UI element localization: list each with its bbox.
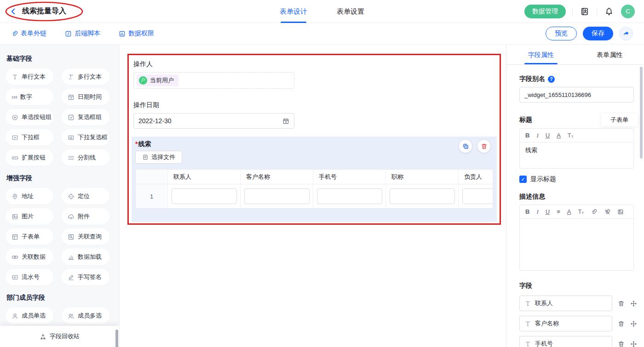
show-title-checkbox-row[interactable]: ✓ 显示标题 bbox=[519, 175, 634, 183]
format-g-i-button[interactable]: I bbox=[536, 132, 538, 138]
format-g-t-button[interactable]: T bbox=[578, 209, 584, 215]
sidebar-item-dataload[interactable]: 数据加载 bbox=[62, 249, 109, 265]
alias-input[interactable] bbox=[519, 87, 634, 102]
delete-subfield-icon[interactable] bbox=[618, 300, 625, 307]
panel-tab-1[interactable]: 表单属性 bbox=[575, 45, 644, 64]
desc-editor-toolbar: BIU≡AT bbox=[520, 205, 633, 219]
required-mark: * bbox=[135, 140, 138, 148]
checkbox-checked-icon[interactable]: ✓ bbox=[519, 176, 527, 183]
sidebar-item-reldata[interactable]: 关联数据 bbox=[6, 249, 53, 265]
format-g-u-button[interactable]: U bbox=[546, 132, 550, 138]
sidebar-item-subform[interactable]: 子表单 bbox=[6, 228, 53, 245]
format-g-b-button[interactable]: B bbox=[525, 209, 529, 215]
clip-icon bbox=[11, 30, 18, 37]
field-recycle-button[interactable]: 字段回收站 bbox=[0, 326, 119, 347]
cell-input[interactable] bbox=[244, 188, 310, 204]
sidebar-scrollbar[interactable] bbox=[115, 330, 118, 347]
subform-field-item[interactable]: 手机号 bbox=[519, 336, 612, 347]
cell-input[interactable] bbox=[317, 188, 382, 204]
panel-scrollbar[interactable] bbox=[640, 67, 643, 159]
delete-subfield-icon[interactable] bbox=[618, 320, 625, 327]
sidebar-item-radio[interactable]: 单选按钮组 bbox=[6, 109, 53, 125]
move-subfield-icon[interactable] bbox=[630, 341, 637, 347]
field-date[interactable]: 操作日期 bbox=[133, 101, 496, 129]
button-icon bbox=[12, 154, 18, 161]
sidebar-item-textarea[interactable]: 多行文本 bbox=[62, 68, 109, 85]
operator-input[interactable]: 户 当前用户 bbox=[133, 72, 294, 89]
sidebar-item-serial[interactable]: 流水号 bbox=[6, 269, 53, 285]
link-icon[interactable] bbox=[591, 209, 597, 215]
cell-input[interactable] bbox=[172, 188, 237, 204]
subform-field-item[interactable]: 联系人 bbox=[519, 296, 612, 311]
desc-editor-content[interactable] bbox=[520, 219, 633, 270]
sidebar-item-person[interactable]: 成员单选 bbox=[6, 307, 53, 324]
format-g-a-button[interactable]: A bbox=[557, 132, 561, 138]
fields-label: 字段 bbox=[519, 282, 634, 290]
format-g-i-button[interactable]: I bbox=[536, 209, 538, 215]
sidebar-item-image[interactable]: 图片 bbox=[6, 208, 53, 225]
data-manage-button[interactable]: 数据管理 bbox=[524, 5, 566, 18]
date-input[interactable] bbox=[138, 117, 282, 125]
header-tab-1[interactable]: 表单设置 bbox=[337, 0, 364, 23]
panel-tab-0[interactable]: 字段属性 bbox=[506, 45, 575, 64]
format-g-a-button[interactable]: A bbox=[567, 209, 571, 215]
sidebar-item-button[interactable]: 扩展按钮 bbox=[6, 149, 53, 166]
sidebar-item-checkbox[interactable]: 复选框组 bbox=[62, 109, 109, 125]
format-g-t-button[interactable]: T bbox=[568, 132, 574, 139]
bell-icon[interactable] bbox=[604, 6, 615, 17]
subform-table-row: 1 bbox=[136, 184, 493, 208]
unlink-icon[interactable] bbox=[604, 209, 610, 215]
format-g-u-button[interactable]: U bbox=[546, 209, 550, 215]
delete-field-button[interactable] bbox=[477, 140, 490, 153]
field-operator[interactable]: 操作人 户 当前用户 bbox=[133, 60, 496, 89]
format-g-align-button[interactable]: ≡ bbox=[557, 209, 560, 215]
help-icon[interactable]: ? bbox=[548, 76, 555, 83]
subform-field-row: 手机号 bbox=[519, 336, 634, 347]
format-g-b-button[interactable]: B bbox=[525, 132, 529, 138]
select-icon bbox=[12, 134, 18, 141]
back-button[interactable]: 线索批量导入 bbox=[9, 6, 66, 16]
cell-input[interactable] bbox=[462, 188, 494, 204]
sidebar-item-number[interactable]: 123数字 bbox=[6, 89, 53, 105]
sidebar-section-title: 基础字段 bbox=[6, 55, 109, 63]
sidebar-item-datetime[interactable]: 日期时间 bbox=[62, 89, 109, 105]
cell-input[interactable] bbox=[390, 188, 455, 204]
sidebar-item-divider[interactable]: 分割线 bbox=[62, 149, 109, 166]
save-button[interactable]: 保存 bbox=[583, 27, 613, 40]
sidebar-item-select[interactable]: 下拉框 bbox=[6, 129, 53, 146]
sidebar-item-text[interactable]: 单行文本 bbox=[6, 68, 53, 85]
toolbar-link-2[interactable]: 数据权限 bbox=[119, 29, 154, 38]
pin-icon bbox=[12, 193, 18, 200]
sidebar-item-target[interactable]: 定位 bbox=[62, 188, 109, 205]
sidebar-item-pin[interactable]: 地址 bbox=[6, 188, 53, 205]
text-icon bbox=[524, 320, 531, 327]
sidebar-item-relquery[interactable]: 关联查询 bbox=[62, 228, 109, 245]
sidebar-section-title: 部门成员字段 bbox=[6, 294, 109, 302]
sidebar-item-multiselect[interactable]: 下拉复选框 bbox=[62, 129, 109, 146]
choose-file-button[interactable]: 选择文件 bbox=[135, 151, 182, 164]
user-avatar[interactable]: C bbox=[621, 5, 635, 18]
relquery-icon bbox=[68, 233, 75, 240]
table-cell bbox=[241, 184, 313, 208]
subform-field-item[interactable]: 客户名称 bbox=[519, 316, 612, 331]
move-subfield-icon[interactable] bbox=[630, 320, 637, 327]
sidebar-item-people[interactable]: 成员多选 bbox=[62, 307, 109, 324]
imgsmall-icon[interactable] bbox=[617, 209, 624, 215]
address-book-icon[interactable] bbox=[579, 6, 590, 17]
sidebar-item-sign[interactable]: 手写签名 bbox=[62, 269, 109, 285]
subform-field-row: 联系人 bbox=[519, 296, 634, 311]
copy-field-button[interactable] bbox=[459, 140, 472, 153]
subform-field-selected[interactable]: *线索 选择文件 联系人客户名称手机号职称负责人1 bbox=[132, 137, 497, 222]
delete-subfield-icon[interactable] bbox=[618, 341, 625, 347]
header-tab-0[interactable]: 表单设计 bbox=[280, 0, 307, 23]
sidebar-item-cloud[interactable]: 附件 bbox=[62, 208, 109, 225]
toolbar-link-0[interactable]: 表单外链 bbox=[11, 29, 46, 38]
toolbar-link-1[interactable]: 后端脚本 bbox=[65, 29, 100, 38]
title-label: 标题 bbox=[519, 116, 532, 124]
move-subfield-icon[interactable] bbox=[630, 300, 637, 307]
number-icon: 123 bbox=[12, 95, 17, 99]
share-button[interactable] bbox=[619, 27, 633, 40]
calendar-icon[interactable] bbox=[282, 118, 289, 125]
title-editor-content[interactable]: 线索 bbox=[520, 142, 633, 168]
preview-button[interactable]: 预览 bbox=[546, 27, 577, 40]
